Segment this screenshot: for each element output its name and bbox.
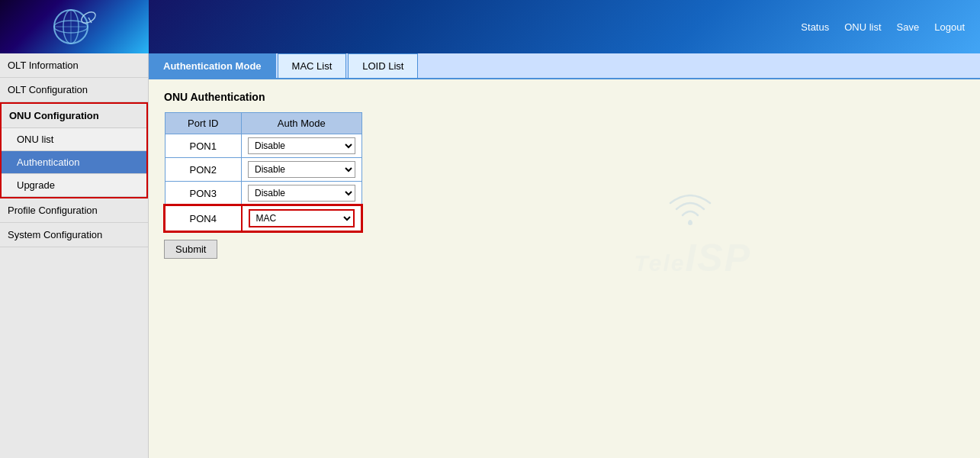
logo <box>0 0 149 53</box>
main-layout: OLT Information OLT Configuration ONU Co… <box>0 53 980 458</box>
pon4-auth-mode-cell: Disable MAC LOID MAC+LOID <box>242 205 362 231</box>
table-row-pon4: PON4 Disable MAC LOID MAC+LOID <box>165 205 361 231</box>
sidebar-item-authentication[interactable]: Authentication <box>2 151 146 174</box>
sidebar-item-olt-information[interactable]: OLT Information <box>0 53 148 78</box>
sidebar-item-onu-list[interactable]: ONU list <box>2 128 146 151</box>
main-wrapper: TeleISP Authentication Mode MAC List LOI… <box>149 53 980 458</box>
pon1-auth-mode-cell: Disable MAC LOID MAC+LOID <box>242 134 362 158</box>
tab-mac-list[interactable]: MAC List <box>278 53 347 78</box>
pon2-port-id: PON2 <box>165 158 242 182</box>
sidebar-section-onu-header[interactable]: ONU Configuration <box>2 104 146 128</box>
pon3-auth-mode-cell: Disable MAC LOID MAC+LOID <box>242 182 362 206</box>
pon2-auth-mode-select[interactable]: Disable MAC LOID MAC+LOID <box>248 161 355 178</box>
save-link[interactable]: Save <box>897 21 920 33</box>
submit-button[interactable]: Submit <box>164 240 217 259</box>
pon4-auth-mode-select[interactable]: Disable MAC LOID MAC+LOID <box>249 209 355 227</box>
header-nav: Status ONU list Save Logout <box>801 21 965 33</box>
sidebar-item-upgrade[interactable]: Upgrade <box>2 174 146 197</box>
tab-authentication-mode[interactable]: Authentication Mode <box>149 53 276 78</box>
globe-icon <box>44 4 105 50</box>
auth-table: Port ID Auth Mode PON1 Disable MAC <box>164 112 362 232</box>
sidebar: OLT Information OLT Configuration ONU Co… <box>0 53 149 458</box>
col-header-port-id: Port ID <box>165 113 242 134</box>
table-row-pon2: PON2 Disable MAC LOID MAC+LOID <box>165 158 361 182</box>
col-header-auth-mode: Auth Mode <box>242 113 362 134</box>
sidebar-item-system-configuration[interactable]: System Configuration <box>0 223 148 247</box>
pon1-auth-mode-select[interactable]: Disable MAC LOID MAC+LOID <box>248 137 355 154</box>
content-area: ONU Authentication Port ID Auth Mode PON… <box>149 79 980 270</box>
status-link[interactable]: Status <box>801 21 829 33</box>
header: Status ONU list Save Logout <box>0 0 980 53</box>
sidebar-item-olt-configuration[interactable]: OLT Configuration <box>0 78 148 102</box>
pon2-auth-mode-cell: Disable MAC LOID MAC+LOID <box>242 158 362 182</box>
tab-loid-list[interactable]: LOID List <box>348 53 418 78</box>
table-row-pon1: PON1 Disable MAC LOID MAC+LOID <box>165 134 361 158</box>
logout-link[interactable]: Logout <box>934 21 965 33</box>
tab-bar: Authentication Mode MAC List LOID List <box>149 53 980 79</box>
onu-list-link[interactable]: ONU list <box>844 21 881 33</box>
main-content: Authentication Mode MAC List LOID List O… <box>149 53 980 270</box>
sidebar-section-onu-configuration: ONU Configuration ONU list Authenticatio… <box>0 102 148 198</box>
section-title: ONU Authentication <box>164 91 965 103</box>
pon3-auth-mode-select[interactable]: Disable MAC LOID MAC+LOID <box>248 185 355 202</box>
pon1-port-id: PON1 <box>165 134 242 158</box>
sidebar-item-profile-configuration[interactable]: Profile Configuration <box>0 198 148 223</box>
table-row-pon3: PON3 Disable MAC LOID MAC+LOID <box>165 182 361 206</box>
pon4-port-id: PON4 <box>165 205 242 231</box>
pon3-port-id: PON3 <box>165 182 242 206</box>
